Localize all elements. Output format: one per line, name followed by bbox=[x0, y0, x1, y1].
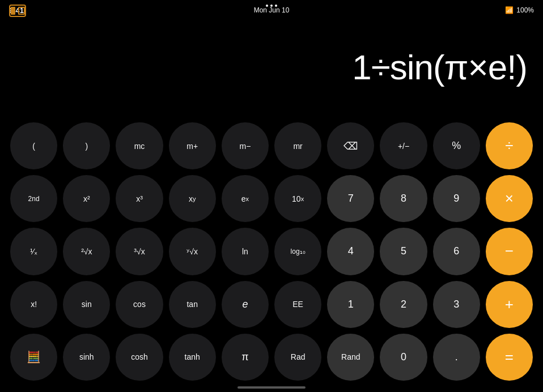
btn-m-plus[interactable]: m+ bbox=[169, 122, 216, 169]
btn-e[interactable]: e bbox=[222, 281, 269, 328]
btn-0[interactable]: 0 bbox=[380, 334, 427, 381]
btn-log10[interactable]: log₁₀ bbox=[274, 228, 321, 275]
sidebar-main-area bbox=[18, 7, 25, 15]
btn-ln[interactable]: ln bbox=[222, 228, 269, 275]
btn-4[interactable]: 4 bbox=[327, 228, 374, 275]
dot1 bbox=[266, 5, 268, 7]
btn-x-cubed[interactable]: x³ bbox=[116, 175, 163, 222]
btn-mc[interactable]: mc bbox=[116, 122, 163, 169]
btn-pi[interactable]: π bbox=[222, 334, 269, 381]
battery-indicator: 100% bbox=[516, 6, 534, 14]
status-bar: 9:41 Mon Jun 10 📶 100% bbox=[0, 0, 543, 17]
btn-divide[interactable]: ÷ bbox=[486, 122, 533, 169]
btn-rad[interactable]: Rad bbox=[274, 334, 321, 381]
btn-10-x[interactable]: 10x bbox=[274, 175, 321, 222]
wifi-icon: 📶 bbox=[505, 6, 514, 14]
btn-m-minus[interactable]: m− bbox=[222, 122, 269, 169]
btn-2[interactable]: 2 bbox=[380, 281, 427, 328]
status-right-icons: 📶 100% bbox=[505, 6, 534, 14]
btn-backspace[interactable]: ⌫ bbox=[327, 122, 374, 169]
btn-6[interactable]: 6 bbox=[433, 228, 480, 275]
btn-subtract[interactable]: − bbox=[486, 228, 533, 275]
btn-rand[interactable]: Rand bbox=[327, 334, 374, 381]
btn-sinh[interactable]: sinh bbox=[63, 334, 110, 381]
btn-3[interactable]: 3 bbox=[433, 281, 480, 328]
button-grid: ( ) mc m+ m− mr ⌫ +/− % ÷ 2nd x² x³ xy e… bbox=[10, 122, 533, 381]
btn-sqrt-2[interactable]: ²√x bbox=[63, 228, 110, 275]
display-expression: 1÷sin(π×e!) bbox=[352, 47, 527, 87]
btn-reciprocal[interactable]: ¹⁄ₓ bbox=[10, 228, 57, 275]
btn-tan[interactable]: tan bbox=[169, 281, 216, 328]
btn-multiply[interactable]: × bbox=[486, 175, 533, 222]
status-date: Mon Jun 10 bbox=[254, 6, 290, 14]
btn-ee[interactable]: EE bbox=[274, 281, 321, 328]
btn-7[interactable]: 7 bbox=[327, 175, 374, 222]
btn-calculator-icon[interactable]: 🧮 bbox=[10, 334, 57, 381]
btn-cosh[interactable]: cosh bbox=[116, 334, 163, 381]
btn-close-paren[interactable]: ) bbox=[63, 122, 110, 169]
calculator-buttons: ( ) mc m+ m− mr ⌫ +/− % ÷ 2nd x² x³ xy e… bbox=[0, 122, 543, 381]
drag-indicator bbox=[266, 5, 277, 7]
btn-percent[interactable]: % bbox=[433, 122, 480, 169]
btn-sin[interactable]: sin bbox=[63, 281, 110, 328]
sidebar-toggle-button[interactable] bbox=[9, 5, 26, 17]
btn-decimal[interactable]: . bbox=[433, 334, 480, 381]
btn-add[interactable]: + bbox=[486, 281, 533, 328]
dot3 bbox=[275, 5, 277, 7]
btn-cos[interactable]: cos bbox=[116, 281, 163, 328]
btn-plus-minus[interactable]: +/− bbox=[380, 122, 427, 169]
btn-tanh[interactable]: tanh bbox=[169, 334, 216, 381]
sidebar-icon bbox=[11, 7, 15, 15]
btn-sqrt-3[interactable]: ³√x bbox=[116, 228, 163, 275]
btn-8[interactable]: 8 bbox=[380, 175, 427, 222]
btn-9[interactable]: 9 bbox=[433, 175, 480, 222]
btn-x-y[interactable]: xy bbox=[169, 175, 216, 222]
btn-open-paren[interactable]: ( bbox=[10, 122, 57, 169]
btn-factorial[interactable]: x! bbox=[10, 281, 57, 328]
calculator-display: 1÷sin(π×e!) bbox=[0, 20, 543, 94]
btn-e-x[interactable]: ex bbox=[222, 175, 269, 222]
btn-2nd[interactable]: 2nd bbox=[10, 175, 57, 222]
btn-x-squared[interactable]: x² bbox=[63, 175, 110, 222]
btn-1[interactable]: 1 bbox=[327, 281, 374, 328]
btn-equals[interactable]: = bbox=[486, 334, 533, 381]
btn-5[interactable]: 5 bbox=[380, 228, 427, 275]
btn-mr[interactable]: mr bbox=[274, 122, 321, 169]
dot2 bbox=[270, 5, 273, 7]
home-indicator bbox=[237, 386, 306, 389]
btn-sqrt-y[interactable]: ʸ√x bbox=[169, 228, 216, 275]
